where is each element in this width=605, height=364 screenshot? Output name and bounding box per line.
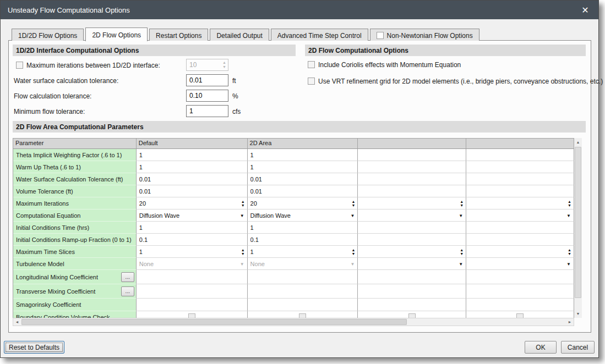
- tab-1d-2d-flow-options[interactable]: 1D/2D Flow Options: [12, 29, 84, 41]
- value-cell[interactable]: None▼: [137, 258, 248, 270]
- tab-advanced-time-step-control[interactable]: Advanced Time Step Control: [271, 29, 368, 41]
- tab-restart-options[interactable]: Restart Options: [149, 29, 208, 41]
- value-cell[interactable]: ▲▼: [358, 197, 466, 209]
- value-cell[interactable]: [466, 311, 574, 318]
- field-input[interactable]: 0.10: [186, 90, 228, 102]
- dropdown-arrow-icon[interactable]: ▼: [459, 213, 463, 218]
- value-cell[interactable]: [137, 270, 248, 284]
- value-cell[interactable]: ▼: [466, 209, 574, 222]
- parameters-grid[interactable]: ParameterDefault2D AreaTheta Implicit We…: [13, 138, 574, 318]
- value-cell[interactable]: 1: [248, 161, 358, 173]
- reset-to-defaults-button[interactable]: Reset to Defaults: [4, 341, 64, 354]
- dropdown-arrow-icon[interactable]: ▼: [566, 213, 571, 218]
- vertical-scrollbar[interactable]: ▲ ▼: [574, 138, 582, 318]
- tab-checkbox[interactable]: [377, 32, 384, 39]
- value-cell[interactable]: ▼: [466, 258, 574, 270]
- value-cell[interactable]: 1: [137, 149, 248, 161]
- value-cell[interactable]: ▼: [358, 209, 466, 222]
- value-cell[interactable]: [358, 299, 466, 311]
- cell-checkbox[interactable]: [299, 313, 306, 318]
- value-cell[interactable]: ▼: [358, 258, 466, 270]
- cell-checkbox[interactable]: [188, 313, 195, 318]
- value-cell[interactable]: [466, 149, 574, 161]
- value-cell[interactable]: 0.01: [248, 173, 358, 185]
- cell-checkbox[interactable]: [408, 313, 416, 318]
- ok-button[interactable]: OK: [525, 341, 557, 354]
- max-iterations-checkbox[interactable]: [16, 62, 23, 69]
- tab-non-newtonian-flow-options[interactable]: Non-Newtonian Flow Options: [370, 29, 479, 41]
- value-cell[interactable]: ▲▼: [358, 246, 466, 258]
- spinner-arrows-icon[interactable]: ▲▼: [460, 200, 464, 207]
- scroll-right-icon[interactable]: ►: [566, 318, 574, 326]
- value-cell[interactable]: None▼: [248, 258, 358, 270]
- value-cell[interactable]: [466, 185, 574, 197]
- value-cell[interactable]: [466, 234, 574, 246]
- value-cell[interactable]: Diffusion Wave▼: [248, 209, 358, 222]
- dropdown-arrow-icon[interactable]: ▼: [240, 213, 244, 218]
- field-input[interactable]: 1: [186, 105, 228, 117]
- spinner-arrows-icon[interactable]: ▲▼: [241, 200, 245, 207]
- value-cell[interactable]: [466, 299, 574, 311]
- horizontal-scroll-thumb[interactable]: [21, 319, 407, 325]
- value-cell[interactable]: 1▲▼: [137, 246, 248, 258]
- value-cell[interactable]: [137, 311, 248, 318]
- value-cell[interactable]: [248, 311, 358, 318]
- value-cell[interactable]: 0.1: [248, 234, 358, 246]
- spinner-arrows-icon[interactable]: ▲▼: [568, 248, 571, 256]
- spinner-arrows-icon[interactable]: ▲▼: [351, 248, 355, 256]
- ellipsis-button[interactable]: ...: [121, 286, 134, 296]
- value-cell[interactable]: [358, 284, 466, 299]
- dropdown-arrow-icon[interactable]: ▼: [350, 261, 355, 266]
- value-cell[interactable]: [358, 222, 466, 234]
- value-cell[interactable]: [466, 270, 574, 284]
- value-cell[interactable]: [248, 299, 358, 311]
- value-cell[interactable]: [358, 161, 466, 173]
- value-cell[interactable]: 0.01: [137, 173, 248, 185]
- value-cell[interactable]: ▲▼: [466, 246, 574, 258]
- value-cell[interactable]: [248, 284, 358, 299]
- cell-checkbox[interactable]: [516, 313, 524, 318]
- value-cell[interactable]: [358, 270, 466, 284]
- value-cell[interactable]: [137, 284, 248, 299]
- scroll-up-icon[interactable]: ▲: [574, 138, 582, 146]
- title-bar[interactable]: Unsteady Flow Computational Options ✕: [1, 1, 598, 19]
- value-cell[interactable]: ▲▼: [466, 197, 574, 209]
- value-cell[interactable]: [137, 299, 248, 311]
- value-cell[interactable]: 1: [248, 149, 358, 161]
- value-cell[interactable]: 1: [137, 222, 248, 234]
- value-cell[interactable]: Diffusion Wave▼: [137, 209, 248, 222]
- cancel-button[interactable]: Cancel: [561, 341, 595, 354]
- value-cell[interactable]: [358, 185, 466, 197]
- value-cell[interactable]: [358, 311, 466, 318]
- spinner-arrows-icon[interactable]: ▲▼: [568, 200, 571, 207]
- option-checkbox[interactable]: [308, 78, 315, 85]
- value-cell[interactable]: [466, 173, 574, 185]
- value-cell[interactable]: [358, 149, 466, 161]
- spinner-arrows-icon[interactable]: ▲▼: [351, 200, 355, 207]
- value-cell[interactable]: 20▲▼: [137, 197, 248, 209]
- value-cell[interactable]: [466, 284, 574, 299]
- value-cell[interactable]: 0.01: [248, 185, 358, 197]
- dropdown-arrow-icon[interactable]: ▼: [240, 261, 244, 266]
- tab-detailed-output[interactable]: Detailed Output: [210, 29, 269, 41]
- value-cell[interactable]: [248, 270, 358, 284]
- field-input[interactable]: 0.01: [186, 74, 228, 86]
- max-iterations-input[interactable]: 10 ▲▼: [186, 59, 228, 71]
- value-cell[interactable]: [358, 234, 466, 246]
- spinner-arrows-icon[interactable]: ▲▼: [460, 248, 464, 256]
- value-cell[interactable]: 20▲▼: [248, 197, 358, 209]
- dropdown-arrow-icon[interactable]: ▼: [566, 261, 571, 266]
- value-cell[interactable]: 1▲▼: [248, 246, 358, 258]
- value-cell[interactable]: [358, 173, 466, 185]
- vertical-scroll-thumb[interactable]: [575, 147, 581, 298]
- dropdown-arrow-icon[interactable]: ▼: [350, 213, 355, 218]
- value-cell[interactable]: [466, 222, 574, 234]
- horizontal-scrollbar[interactable]: ◄ ►: [13, 318, 574, 326]
- value-cell[interactable]: 1: [248, 222, 358, 234]
- spinner-arrows-icon[interactable]: ▲▼: [241, 248, 245, 256]
- scroll-down-icon[interactable]: ▼: [574, 310, 582, 318]
- tab-2d-flow-options[interactable]: 2D Flow Options: [85, 27, 148, 41]
- ellipsis-button[interactable]: ...: [121, 272, 134, 282]
- option-checkbox[interactable]: [308, 61, 315, 68]
- scroll-left-icon[interactable]: ◄: [13, 318, 21, 326]
